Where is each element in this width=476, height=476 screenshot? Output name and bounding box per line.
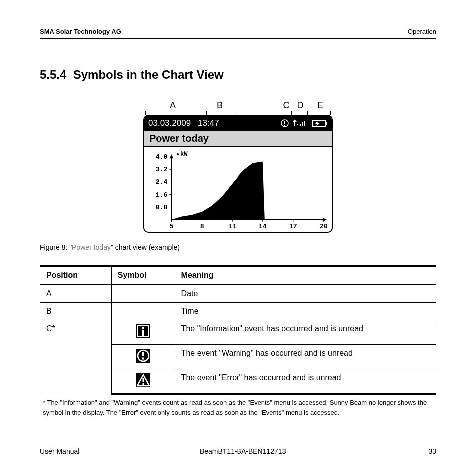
figure-caption: Figure 8: "Power today" chart view (exam… [40,243,436,251]
svg-rect-6 [304,121,305,126]
callout-a: A [145,101,200,115]
event-warning-icon [281,119,289,127]
info-icon [135,323,151,341]
svg-rect-44 [142,383,144,385]
svg-rect-4 [300,124,301,126]
svg-text:1.6: 1.6 [156,191,168,199]
svg-text:11: 11 [229,223,237,230]
cell-meaning: The "Information" event has occurred and… [175,320,436,345]
svg-rect-5 [302,122,303,126]
svg-text:17: 17 [289,223,297,230]
lcd-time: 13:47 [198,118,219,128]
svg-rect-43 [142,378,144,382]
cell-meaning: The event "Error" has occurred and is un… [175,369,436,394]
cell-symbol [111,303,175,320]
svg-rect-8 [325,122,327,125]
svg-text:14: 14 [259,223,267,230]
caption-suffix: " chart view (example) [111,243,180,251]
svg-rect-1 [284,121,285,124]
figure-container: A B C D E 03.03.2009 13:47 [40,95,436,235]
section-number: 5.5.4 [40,68,66,81]
battery-icon [312,119,328,127]
section-title: 5.5.4 Symbols in the Chart View [40,68,436,82]
callout-d: D [293,101,308,115]
cell-meaning: Time [175,303,436,320]
table-row: BTime [40,303,436,320]
chart-svg: 0.81.62.43.24.05811141720▸kW [147,150,329,231]
footer-center: BeamBT11-BA-BEN112713 [200,447,286,455]
callout-c: C [281,101,292,115]
callout-e: E [310,101,331,115]
callout-row: A B C D E [143,95,333,115]
svg-text:8: 8 [200,223,204,230]
section-heading: Symbols in the Chart View [73,68,224,81]
lcd-title: Power today [144,131,332,147]
svg-rect-40 [142,352,144,356]
svg-rect-41 [142,358,144,360]
footer-page: 33 [406,447,436,455]
svg-point-3 [297,124,298,125]
svg-text:5: 5 [170,223,174,230]
page-header: SMA Solar Technology AG Operation [40,28,436,39]
callout-b: B [206,101,233,115]
svg-text:2.4: 2.4 [156,178,168,186]
svg-rect-36 [142,327,144,329]
device-frame: A B C D E 03.03.2009 13:47 [143,95,333,233]
svg-text:0.8: 0.8 [156,204,168,211]
lcd-date: 03.03.2009 [148,118,191,128]
cell-position: C* [40,320,112,394]
cell-symbol [111,320,175,345]
cell-position: A [40,285,112,303]
table-footnote: * The "Information" and "Warning" events… [40,398,436,418]
lcd-chart: 0.81.62.43.24.05811141720▸kW [144,147,332,232]
svg-text:3.2: 3.2 [156,166,168,173]
table-row: ADate [40,285,436,303]
th-position: Position [40,266,112,285]
error-icon [135,372,151,390]
cell-symbol [111,369,175,394]
th-symbol: Symbol [111,266,175,285]
caption-prefix: Figure 8: " [40,243,72,251]
table-row: C*The "Information" event has occurred a… [40,320,436,345]
cell-meaning: Date [175,285,436,303]
svg-text:▸kW: ▸kW [177,151,188,158]
header-company: SMA Solar Technology AG [40,28,121,35]
warning-icon [135,348,151,366]
svg-rect-37 [142,330,144,336]
svg-text:4.0: 4.0 [156,153,168,161]
signal-icon [293,119,307,127]
cell-meaning: The event "Warning" has occurred and is … [175,345,436,369]
svg-text:20: 20 [320,223,328,230]
th-meaning: Meaning [175,266,436,285]
cell-position: B [40,303,112,320]
header-section: Operation [408,28,436,35]
cell-symbol [111,285,175,303]
caption-grey: Power today [72,243,111,251]
cell-symbol [111,345,175,369]
symbols-table: Position Symbol Meaning ADateBTimeC*The … [40,265,436,395]
page-footer: User Manual BeamBT11-BA-BEN112713 33 [40,447,436,455]
lcd-statusbar: 03.03.2009 13:47 [144,116,332,131]
svg-rect-2 [284,125,285,126]
footer-left: User Manual [40,447,79,455]
lcd-screen: 03.03.2009 13:47 [143,115,333,233]
